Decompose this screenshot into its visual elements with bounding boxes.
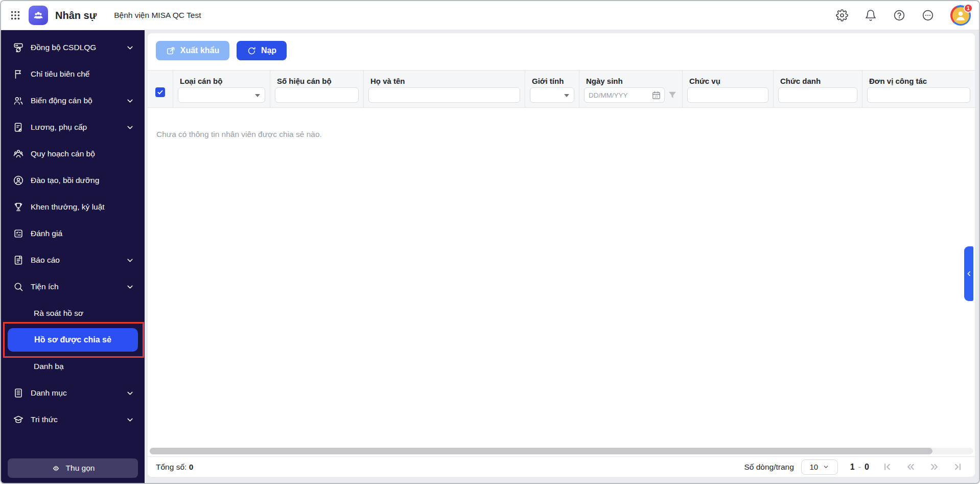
sidebar-subitem-label: Danh bạ [34, 362, 64, 371]
column-header: Số hiệu cán bộ [270, 71, 363, 87]
chevron-down-icon [126, 97, 134, 105]
range-start: 1 [850, 463, 855, 472]
graduation-cap-icon [13, 414, 24, 425]
notifications-bell-icon[interactable] [865, 9, 877, 21]
column-ho-va-ten: Họ và tên [363, 71, 525, 107]
collapse-icon [51, 464, 61, 473]
sidebar-item-label: Chỉ tiêu biên chế [31, 70, 89, 79]
sidebar-item-bao-cao[interactable]: Báo cáo [1, 247, 145, 273]
sidebar-item-danh-gia[interactable]: Đánh giá [1, 220, 145, 247]
app-title: Nhân sự [55, 10, 97, 21]
search-icon [13, 281, 24, 292]
sidebar-item-label: Tiện ích [31, 282, 59, 291]
side-panel-toggle-tab[interactable] [964, 246, 973, 301]
filter-gioi-tinh-select[interactable] [530, 87, 574, 103]
sidebar-subitem-ra-soat-ho-so[interactable]: Rà soát hồ sơ [1, 300, 145, 327]
chevron-down-icon [126, 283, 134, 291]
total-label: Tổng số: [156, 463, 186, 471]
main-area: Xuất khẩu Nạp Loại cán bộ [145, 30, 979, 483]
table-footer: Tổng số: 0 Số dòng/trang 10 1 - 0 [148, 456, 975, 477]
sidebar-active-item-row: Hồ sơ được chia sẻ [1, 327, 145, 353]
column-gioi-tinh: Giới tính [525, 71, 579, 107]
first-page-icon[interactable] [882, 462, 892, 472]
export-button[interactable]: Xuất khẩu [156, 41, 229, 60]
help-icon[interactable] [893, 9, 905, 21]
sidebar-subitem-danh-ba[interactable]: Danh bạ [1, 353, 145, 380]
sidebar-item-dao-tao-boi-duong[interactable]: Đào tạo, bồi dưỡng [1, 167, 145, 194]
pagination [882, 462, 963, 472]
sidebar-subitem-ho-so-duoc-chia-se[interactable]: Hồ sơ được chia sẻ [8, 328, 138, 352]
refresh-icon [247, 46, 256, 56]
flag-icon [13, 68, 24, 80]
previous-page-icon[interactable] [906, 462, 916, 472]
more-options-icon[interactable] [922, 9, 934, 21]
last-page-icon[interactable] [953, 462, 963, 472]
column-chuc-vu: Chức vụ [682, 71, 773, 107]
table-header-band: Loại cán bộ Số hiệu cán bộ Họ và tên Giớ… [148, 70, 975, 108]
column-header: Đơn vị công tác [862, 71, 975, 87]
user-avatar[interactable]: 1 [950, 5, 971, 26]
page-size-value: 10 [810, 463, 819, 471]
sidebar-item-khen-thuong-ky-luat[interactable]: Khen thưởng, kỷ luật [1, 194, 145, 220]
sidebar-item-danh-muc[interactable]: Danh mục [1, 380, 145, 406]
people-logo-icon [32, 9, 44, 21]
toolbar: Xuất khẩu Nạp [148, 33, 975, 70]
horizontal-scrollbar-track [149, 448, 973, 454]
sidebar-item-label: Lương, phụ cấp [31, 123, 87, 132]
total-count: Tổng số: 0 [156, 463, 193, 472]
horizontal-scrollbar-thumb[interactable] [150, 448, 932, 454]
export-button-label: Xuất khẩu [180, 46, 219, 55]
app-launcher-icon[interactable] [10, 10, 21, 21]
column-header: Chức danh [774, 71, 862, 87]
filter-ngay-sinh-date[interactable]: 23 [584, 87, 665, 103]
sidebar-item-luong-phu-cap[interactable]: Lương, phụ cấp [1, 114, 145, 141]
sidebar-item-chi-tieu-bien-che[interactable]: Chỉ tiêu biên chế [1, 61, 145, 87]
chevron-down-icon [823, 464, 829, 470]
filter-ho-ten-input[interactable] [368, 87, 520, 103]
collapse-button-label: Thu gọn [66, 464, 95, 473]
sidebar-item-label: Đồng bộ CSDLQG [31, 43, 96, 52]
table-body-empty: Chưa có thông tin nhân viên được chia sẻ… [148, 108, 975, 448]
column-loai-can-bo: Loại cán bộ [173, 71, 270, 107]
content-panel: Xuất khẩu Nạp Loại cán bộ [148, 33, 975, 477]
calendar-icon[interactable]: 23 [651, 90, 661, 100]
sidebar-item-quy-hoach-can-bo[interactable]: Quy hoạch cán bộ [1, 141, 145, 167]
reload-button[interactable]: Nạp [237, 41, 287, 60]
total-value: 0 [189, 463, 194, 471]
sidebar-subitem-label: Rà soát hồ sơ [34, 309, 83, 318]
select-all-cell [148, 71, 173, 107]
caret-down-icon [564, 94, 569, 97]
settings-gear-icon[interactable] [836, 9, 848, 21]
filter-funnel-icon[interactable] [667, 90, 678, 100]
document-pen-icon [13, 122, 24, 133]
date-input[interactable] [589, 91, 649, 99]
column-header: Họ và tên [364, 71, 525, 87]
sidebar-item-dong-bo-csdlqg[interactable]: Đồng bộ CSDLQG [1, 34, 145, 61]
filter-chuc-danh-input[interactable] [778, 87, 857, 103]
sidebar-item-label: Danh mục [31, 388, 67, 398]
check-icon [157, 89, 164, 96]
sidebar-item-tri-thuc[interactable]: Tri thức [1, 406, 145, 433]
next-page-icon[interactable] [929, 462, 939, 472]
sidebar-item-bien-dong-can-bo[interactable]: Biến động cán bộ [1, 87, 145, 114]
range-separator: - [858, 463, 861, 472]
evaluation-icon [13, 228, 24, 239]
collapse-sidebar-button[interactable]: Thu gọn [8, 458, 138, 478]
page-size-select[interactable]: 10 [801, 459, 838, 475]
sidebar-item-label: Biến động cán bộ [31, 96, 92, 105]
sidebar-item-label: Đào tạo, bồi dưỡng [31, 176, 99, 185]
chevron-down-icon [126, 389, 134, 398]
export-icon [166, 46, 176, 56]
sidebar-item-label: Báo cáo [31, 256, 60, 265]
caret-down-icon [255, 94, 260, 97]
filter-so-hieu-input[interactable] [275, 87, 359, 103]
column-header: Giới tính [525, 71, 579, 87]
filter-don-vi-input[interactable] [867, 87, 970, 103]
filter-loai-can-bo-select[interactable] [178, 87, 265, 103]
range-end: 0 [865, 463, 869, 472]
column-header: Chức vụ [683, 71, 773, 87]
column-header: Loại cán bộ [173, 71, 270, 87]
sidebar-item-tien-ich[interactable]: Tiện ích [1, 273, 145, 300]
filter-chuc-vu-input[interactable] [687, 87, 768, 103]
select-all-checkbox[interactable] [155, 87, 165, 97]
